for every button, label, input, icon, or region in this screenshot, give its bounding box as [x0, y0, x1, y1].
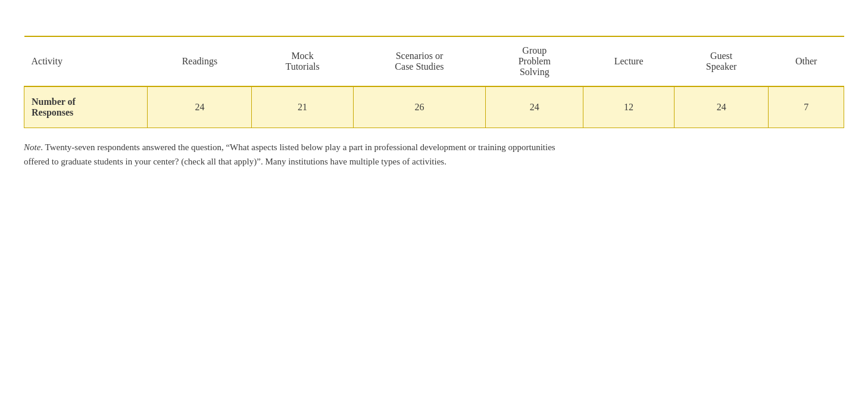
col-header-mock-tutorials: MockTutorials: [252, 36, 353, 86]
col-header-other: Other: [769, 36, 844, 86]
note-body: . Twenty-seven respondents answered the …: [24, 142, 555, 166]
data-table: Activity Readings MockTutorials Scenario…: [24, 36, 844, 128]
col-header-scenarios: Scenarios orCase Studies: [353, 36, 486, 86]
table-note: Note. Twenty-seven respondents answered …: [24, 140, 560, 169]
cell-guest-speaker: 24: [674, 86, 768, 128]
cell-group-problem: 24: [486, 86, 583, 128]
cell-other: 7: [769, 86, 844, 128]
col-header-activity: Activity: [24, 36, 148, 86]
table-header-row: Activity Readings MockTutorials Scenario…: [24, 36, 844, 86]
cell-mock-tutorials: 21: [252, 86, 353, 128]
note-prefix: Note: [24, 142, 40, 152]
col-header-group-problem: GroupProblemSolving: [486, 36, 583, 86]
cell-lecture: 12: [583, 86, 675, 128]
col-header-lecture: Lecture: [583, 36, 675, 86]
cell-readings: 24: [148, 86, 252, 128]
table-row-responses: Number ofResponses 24 21 26 24 12 24 7: [24, 86, 844, 128]
row-label: Number ofResponses: [24, 86, 148, 128]
col-header-guest-speaker: GuestSpeaker: [674, 36, 768, 86]
cell-scenarios: 26: [353, 86, 486, 128]
col-header-readings: Readings: [148, 36, 252, 86]
